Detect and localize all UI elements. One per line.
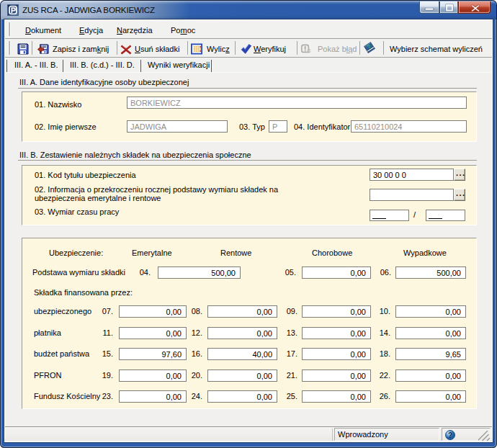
svg-text:?: ? (448, 431, 452, 439)
